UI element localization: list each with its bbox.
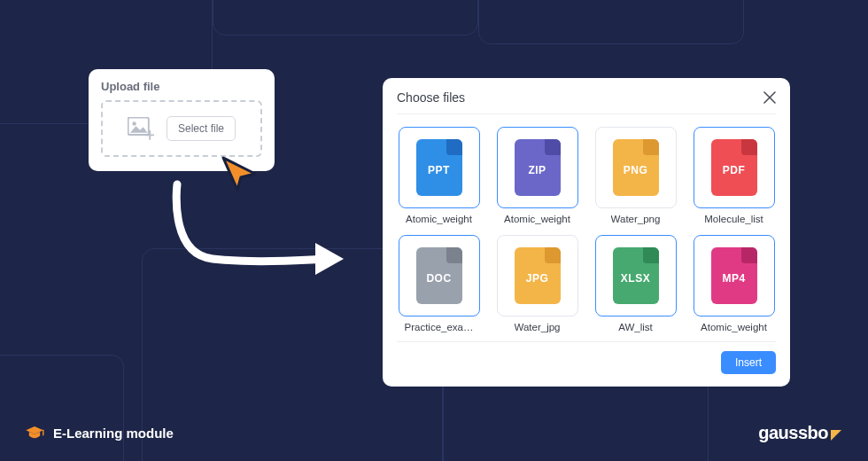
file-type-icon: PNG bbox=[613, 139, 659, 196]
file-name-label: Water_jpg bbox=[515, 322, 561, 332]
file-cell: ZIPAtomic_weight bbox=[495, 127, 579, 224]
file-cell: DOCPractice_exa… bbox=[397, 235, 481, 332]
page-footer: E-Learning module gaussbo bbox=[0, 404, 868, 461]
file-type-label: PPT bbox=[416, 164, 462, 176]
file-fold-icon bbox=[643, 139, 659, 155]
file-cell: XLSXAW_list bbox=[593, 235, 678, 332]
file-tile[interactable]: ZIP bbox=[497, 127, 578, 208]
file-fold-icon bbox=[446, 139, 462, 155]
select-file-button[interactable]: Select file bbox=[167, 116, 236, 141]
file-type-label: XLSX bbox=[613, 272, 659, 285]
module-badge: E-Learning module bbox=[25, 426, 174, 441]
dialog-header: Choose files bbox=[397, 90, 776, 114]
file-type-icon: XLSX bbox=[613, 247, 659, 304]
file-cell: JPGWater_jpg bbox=[495, 235, 579, 332]
file-tile[interactable]: PNG bbox=[595, 127, 677, 208]
file-type-icon: PPT bbox=[416, 139, 462, 196]
file-type-icon: ZIP bbox=[515, 139, 561, 196]
file-tile[interactable]: XLSX bbox=[595, 235, 677, 316]
brand-logo: gaussbo bbox=[758, 423, 843, 443]
graduation-cap-icon bbox=[25, 426, 44, 440]
brand-text-pre: gaussbo bbox=[758, 423, 828, 443]
file-fold-icon bbox=[545, 139, 561, 155]
file-type-icon: JPG bbox=[515, 247, 561, 304]
file-type-label: MP4 bbox=[711, 272, 757, 285]
dialog-title: Choose files bbox=[397, 90, 465, 105]
module-label: E-Learning module bbox=[53, 426, 174, 441]
file-cell: PDFMolecule_list bbox=[692, 127, 776, 224]
close-icon[interactable] bbox=[763, 91, 776, 104]
flow-arrow-icon bbox=[151, 177, 363, 293]
file-tile[interactable]: PDF bbox=[694, 127, 775, 208]
file-grid: PPTAtomic_weightZIPAtomic_weightPNGWater… bbox=[397, 114, 776, 341]
file-name-label: Practice_exa… bbox=[405, 322, 474, 332]
dialog-footer: Insert bbox=[397, 341, 776, 374]
file-fold-icon bbox=[643, 247, 659, 263]
file-type-label: PDF bbox=[711, 164, 757, 176]
bg-tile bbox=[478, 0, 744, 44]
file-name-label: Atomic_weight bbox=[504, 214, 570, 224]
file-tile[interactable]: DOC bbox=[399, 235, 480, 316]
file-type-icon: DOC bbox=[416, 247, 462, 304]
file-cell: MP4Atomic_weight bbox=[692, 235, 776, 332]
file-name-label: Atomic_weight bbox=[406, 214, 472, 224]
file-fold-icon bbox=[446, 247, 462, 263]
file-tile[interactable]: PPT bbox=[399, 127, 480, 208]
upload-dropzone[interactable]: Select file bbox=[101, 100, 262, 157]
file-tile[interactable]: JPG bbox=[497, 235, 578, 316]
file-type-label: DOC bbox=[416, 272, 462, 285]
file-tile[interactable]: MP4 bbox=[694, 235, 775, 316]
file-type-label: PNG bbox=[613, 164, 659, 176]
svg-point-1 bbox=[132, 121, 136, 125]
file-name-label: Molecule_list bbox=[704, 214, 763, 224]
bg-tile bbox=[213, 0, 478, 35]
cursor-icon bbox=[220, 154, 259, 193]
file-fold-icon bbox=[741, 247, 757, 263]
file-name-label: AW_list bbox=[618, 322, 653, 332]
brand-accent-icon bbox=[831, 430, 841, 441]
file-name-label: Water_png bbox=[611, 214, 661, 224]
upload-title: Upload file bbox=[101, 80, 262, 93]
file-fold-icon bbox=[545, 247, 561, 263]
file-fold-icon bbox=[741, 139, 757, 155]
file-type-icon: PDF bbox=[711, 139, 757, 196]
choose-files-dialog: Choose files PPTAtomic_weightZIPAtomic_w… bbox=[383, 78, 790, 387]
file-type-label: ZIP bbox=[515, 164, 561, 176]
file-name-label: Atomic_weight bbox=[701, 322, 767, 332]
insert-button[interactable]: Insert bbox=[721, 351, 776, 374]
file-cell: PNGWater_png bbox=[593, 127, 678, 224]
file-type-icon: MP4 bbox=[711, 247, 757, 304]
file-cell: PPTAtomic_weight bbox=[397, 127, 481, 224]
file-type-label: JPG bbox=[515, 272, 561, 285]
image-add-icon bbox=[128, 117, 154, 140]
